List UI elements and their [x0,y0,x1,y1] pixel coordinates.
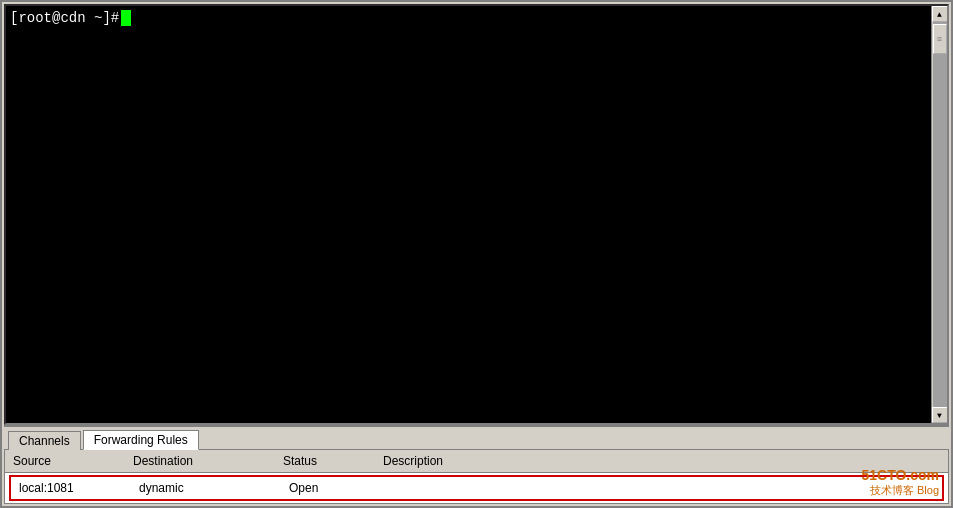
bottom-panel-wrapper: Channels Forwarding Rules Source Destina… [2,425,951,506]
prompt-text: [root@cdn ~]# [10,10,119,26]
terminal-scrollbar[interactable]: ▲ ≡ ▼ [931,6,947,423]
cell-description [385,479,585,497]
bottom-panel: Channels Forwarding Rules Source Destina… [4,425,949,504]
tab-forwarding-rules-label: Forwarding Rules [94,433,188,447]
col-description-header: Description [379,452,579,470]
prompt-line: [root@cdn ~]# [10,10,927,26]
table-header: Source Destination Status Description [5,450,948,473]
scrollbar-up-button[interactable]: ▲ [932,6,948,22]
tabs-row: Channels Forwarding Rules [4,427,949,449]
scrollbar-grip-icon: ≡ [934,25,946,55]
col-status-header: Status [279,452,379,470]
col-destination-header: Destination [129,452,279,470]
terminal-cursor [121,10,131,26]
forwarding-rules-table: Source Destination Status Description lo… [4,449,949,504]
scrollbar-track: ≡ [933,22,947,407]
window-container: [root@cdn ~]# ▲ ≡ ▼ Channels [0,0,953,508]
tab-forwarding-rules[interactable]: Forwarding Rules [83,430,199,450]
watermark-line2: 技术博客 Blog [861,483,939,498]
cell-status: Open [285,479,385,497]
table-row: local:1081 dynamic Open [9,475,944,501]
cell-destination: dynamic [135,479,285,497]
tab-channels[interactable]: Channels [8,431,81,450]
cell-source: local:1081 [15,479,135,497]
scrollbar-down-button[interactable]: ▼ [932,407,948,423]
watermark: 51CTO.com 技术博客 Blog [861,467,939,498]
col-source-header: Source [9,452,129,470]
scroll-down-icon: ▼ [937,411,942,420]
scrollbar-thumb[interactable]: ≡ [933,24,947,54]
terminal-content: [root@cdn ~]# [6,6,947,423]
scroll-up-icon: ▲ [937,10,942,19]
watermark-line1: 51CTO.com [861,467,939,483]
terminal-area: [root@cdn ~]# ▲ ≡ ▼ [4,4,949,425]
tab-channels-label: Channels [19,434,70,448]
